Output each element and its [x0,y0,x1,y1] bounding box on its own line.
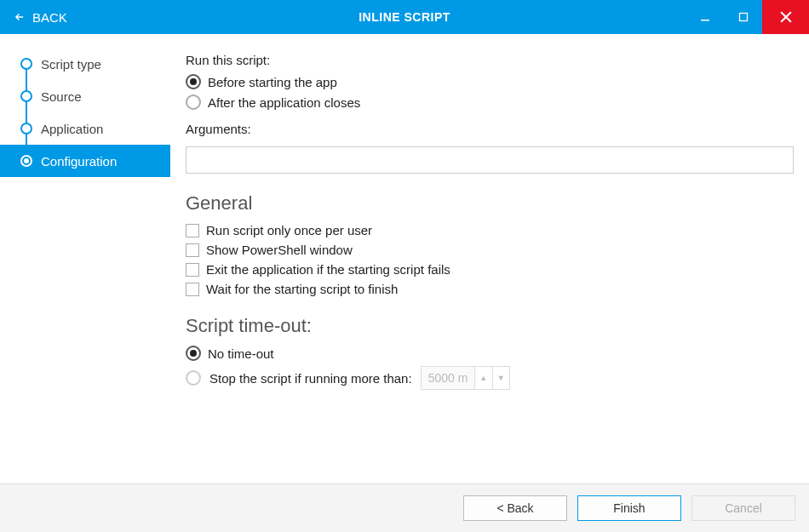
timeout-spinner: ▲ ▼ [421,366,510,390]
checkbox-wait-finish-label: Wait for the starting script to finish [206,282,398,296]
back-arrow-icon [14,11,26,23]
wizard-sidebar: Script type Source Application Configura… [0,34,170,483]
timeout-heading: Script time-out: [186,315,794,337]
checkbox-show-window[interactable] [186,243,199,257]
svg-rect-0 [701,20,709,21]
general-heading: General [186,192,794,215]
back-footer-button[interactable]: < Back [463,495,567,521]
checkbox-once-per-user[interactable] [186,224,199,237]
maximize-button[interactable] [724,0,762,34]
main-panel: Run this script: Before starting the app… [170,34,809,483]
checkbox-exit-on-fail[interactable] [186,263,199,277]
minimize-button[interactable] [686,0,724,34]
radio-stop-timeout-label: Stop the script if running more than: [209,371,412,386]
checkbox-wait-finish[interactable] [186,283,199,296]
radio-stop-timeout[interactable] [186,370,201,386]
arguments-input[interactable] [186,146,794,174]
window-title: INLINE SCRIPT [359,10,450,24]
checkbox-exit-on-fail-label: Exit the application if the starting scr… [206,262,450,277]
step-label: Script type [41,57,101,72]
step-label: Configuration [41,154,117,169]
spinner-up-button[interactable]: ▲ [475,367,492,389]
close-button[interactable] [762,0,809,34]
checkbox-show-window-label: Show PowerShell window [206,243,353,257]
back-button[interactable]: BACK [0,0,81,34]
checkbox-once-per-user-label: Run script only once per user [206,223,372,237]
cancel-button: Cancel [691,495,795,521]
footer: < Back Finish Cancel [0,483,809,532]
radio-after-close-label: After the application closes [208,95,360,110]
radio-after-close[interactable] [186,94,201,110]
back-label: BACK [32,10,67,25]
step-label: Source [41,89,82,104]
window-controls [686,0,809,34]
step-circle-icon [20,155,32,167]
step-circle-icon [20,123,32,134]
radio-before-start[interactable] [186,74,201,89]
titlebar: BACK INLINE SCRIPT [0,0,809,34]
timeout-value-input[interactable] [422,367,474,389]
arguments-label: Arguments: [186,122,794,136]
run-script-label: Run this script: [186,53,794,67]
svg-rect-1 [739,14,747,21]
radio-before-start-label: Before starting the app [208,75,337,89]
step-circle-icon [20,90,32,102]
step-circle-icon [20,58,32,70]
radio-no-timeout[interactable] [186,346,201,361]
spinner-down-button[interactable]: ▼ [492,367,509,389]
step-connector-line [26,64,27,162]
finish-button[interactable]: Finish [577,495,681,521]
step-label: Application [41,122,103,136]
radio-no-timeout-label: No time-out [208,346,274,361]
